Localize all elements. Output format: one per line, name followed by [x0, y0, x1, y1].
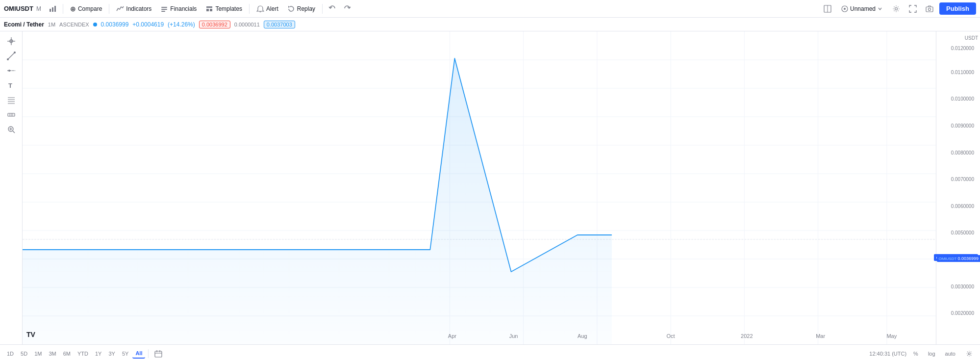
text-tool[interactable]: T — [3, 78, 20, 92]
replay-button[interactable]: Replay — [283, 3, 319, 15]
timerange-all[interactable]: All — [132, 349, 145, 359]
timerange-3m[interactable]: 3M — [46, 349, 59, 358]
symbol-full-name: Ecomi / Tether — [4, 21, 44, 28]
redo-button[interactable] — [340, 2, 354, 16]
auto-scale-btn[interactable]: auto — [942, 349, 958, 358]
fibonacci-tool[interactable] — [3, 93, 20, 107]
price-current: 0.0036999 — [101, 21, 129, 28]
financials-icon — [160, 5, 168, 13]
price-change: +0.0004619 — [132, 21, 164, 28]
undo-button[interactable] — [326, 2, 339, 16]
workspace-icon — [841, 5, 848, 12]
chart-container[interactable]: Apr Jun Aug Oct 2022 Mar May TV — [23, 31, 936, 344]
publish-button[interactable]: Publish — [939, 2, 976, 15]
redo-icon — [343, 5, 351, 13]
price-0090: 0.0090000 — [951, 123, 976, 129]
current-price-tag: OMIUSDT 0.0036999 — [937, 255, 980, 262]
workspace-button[interactable]: Unnamed — [837, 3, 886, 14]
settings-icon — [892, 5, 900, 13]
indicators-button[interactable]: Indicators — [112, 3, 155, 15]
measure-icon — [7, 110, 16, 119]
svg-point-12 — [929, 8, 931, 10]
price-0100: 0.0100000 — [951, 96, 976, 102]
hline-icon — [7, 66, 16, 75]
svg-point-9 — [844, 8, 846, 10]
symbol-period: 1M — [48, 22, 55, 27]
log-scale-btn[interactable]: log — [925, 349, 938, 358]
sep4 — [322, 4, 323, 14]
timeframe-label[interactable]: M — [36, 5, 41, 12]
financials-button[interactable]: Financials — [156, 3, 201, 15]
timerange-5y[interactable]: 5Y — [119, 349, 131, 358]
toolbar-right: Unnamed Publish — [821, 2, 976, 16]
ohlc-small: 0.0000011 — [234, 22, 260, 27]
tradingview-watermark: TV — [26, 331, 35, 338]
price-0050: 0.0050000 — [951, 230, 976, 235]
calendar-icon — [154, 350, 162, 358]
trendline-icon — [7, 52, 16, 60]
svg-rect-59 — [155, 351, 162, 357]
symbol-dot — [93, 23, 97, 26]
settings-button[interactable] — [889, 2, 903, 16]
alert-button[interactable]: Alert — [252, 3, 282, 15]
ohlc-open: 0.0036992 — [199, 21, 230, 28]
svg-rect-4 — [161, 9, 167, 10]
svg-text:2022: 2022 — [741, 333, 753, 339]
chart-settings-button[interactable] — [962, 347, 976, 361]
svg-point-18 — [14, 52, 16, 53]
svg-text:Jun: Jun — [509, 333, 518, 339]
fullscreen-button[interactable] — [906, 2, 920, 16]
timerange-1m[interactable]: 1M — [31, 349, 45, 358]
svg-line-16 — [8, 52, 15, 59]
templates-button[interactable]: Templates — [201, 3, 246, 15]
price-0080: 0.0080000 — [951, 150, 976, 155]
symbol-bar: Ecomi / Tether 1M ASCENDEX 0.0036999 +0.… — [0, 18, 980, 31]
templates-icon — [205, 5, 213, 13]
fullscreen-icon — [909, 5, 917, 13]
svg-rect-2 — [54, 6, 56, 12]
zoom-icon — [7, 125, 16, 134]
svg-text:T: T — [8, 82, 12, 89]
fibonacci-icon — [7, 96, 16, 104]
price-0030: 0.0030000 — [951, 284, 976, 289]
layout-icon — [824, 5, 831, 13]
timerange-1y[interactable]: 1Y — [92, 349, 104, 358]
compare-button[interactable]: ⊕ Compare — [66, 3, 106, 15]
price-0020: 0.0020000 — [951, 310, 976, 316]
undo-icon — [328, 5, 336, 13]
timerange-5d[interactable]: 5D — [18, 349, 30, 358]
svg-rect-3 — [161, 7, 167, 8]
layout-button[interactable] — [821, 2, 834, 16]
alert-icon — [256, 5, 264, 13]
timerange-6m[interactable]: 6M — [60, 349, 74, 358]
trendline-tool[interactable] — [3, 49, 20, 63]
price-0110: 0.0110000 — [951, 70, 976, 75]
chevron-down-icon — [878, 6, 882, 11]
screenshot-button[interactable] — [923, 2, 936, 16]
price-0120: 0.0120000 — [951, 46, 976, 51]
price-0070: 0.0070000 — [951, 177, 976, 182]
svg-text:Apr: Apr — [448, 333, 456, 339]
svg-point-10 — [895, 7, 898, 10]
crosshair-tool[interactable] — [3, 34, 20, 48]
timerange-1d[interactable]: 1D — [4, 349, 17, 358]
hline-tool[interactable] — [3, 64, 20, 78]
percent-scale-btn[interactable]: % — [910, 349, 921, 358]
svg-rect-0 — [50, 9, 51, 12]
svg-rect-11 — [926, 7, 933, 12]
camera-icon — [926, 5, 933, 13]
bottom-sep1 — [148, 349, 149, 358]
measure-tool[interactable] — [3, 108, 20, 122]
symbol-label[interactable]: OMIUSDT — [4, 5, 33, 12]
svg-text:Mar: Mar — [816, 333, 825, 339]
chart-type-button[interactable] — [46, 2, 60, 16]
compare-icon: ⊕ — [70, 5, 76, 13]
calendar-button[interactable] — [151, 347, 165, 361]
timerange-ytd[interactable]: YTD — [75, 349, 91, 358]
zoom-tool[interactable] — [3, 123, 20, 136]
timerange-3y[interactable]: 3Y — [105, 349, 118, 358]
symbol-exchange: ASCENDEX — [59, 22, 89, 27]
svg-point-63 — [968, 353, 970, 355]
currency-label: USDT — [938, 35, 978, 41]
svg-point-20 — [8, 70, 10, 72]
